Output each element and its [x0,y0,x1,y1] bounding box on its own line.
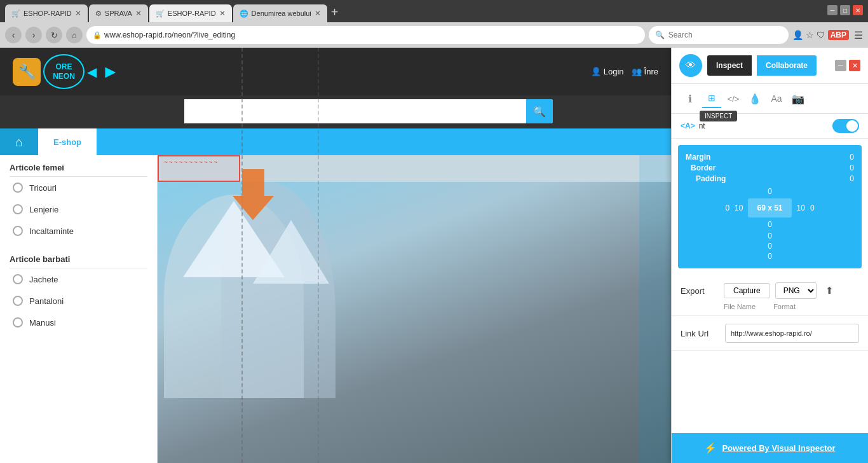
new-tab-button[interactable]: + [331,5,339,22]
secure-icon: 🔒 [93,31,102,39]
color-icon-btn[interactable]: 💧 [745,89,764,108]
maximize-button[interactable]: □ [840,5,850,15]
logo-circle: ORENEON [43,54,85,89]
margin-label: Margin [686,153,710,162]
link-url-input[interactable] [725,324,859,343]
tab-1-close-icon[interactable]: ✕ [75,9,81,18]
collaborate-tab-button[interactable]: Collaborate [757,55,817,76]
box-padding-right-val: 10 [797,204,805,212]
site-search-row: 🔍 [0,95,671,128]
typography-icon-btn[interactable]: Aa [767,89,786,108]
radio-incaltaminte [13,226,23,236]
powered-by-footer[interactable]: ⚡ Powered By Visual Inspector [672,433,868,463]
adblock-icon[interactable]: ABP [828,30,849,40]
minimize-button[interactable]: ─ [827,5,837,15]
site-search-bar[interactable]: 🔍 [184,99,553,123]
sidebar-section-femei-title: Articole femei [0,155,157,176]
inspector-header: 👁 Inspect Collaborate ─ ✕ [672,48,868,84]
url-bar[interactable]: 🔒 www.eshop-rapid.ro/neon/?live_editing [86,26,645,44]
fashion-image [158,182,671,463]
tab-1-label: ESHOP-RAPID [24,10,72,17]
code-icon-btn[interactable]: </> [724,89,743,108]
inspect-tab-button[interactable]: Inspect [707,55,752,76]
down-arrow-overlay [233,169,274,223]
tab-1-favicon: 🛒 [11,10,20,18]
register-button[interactable]: 👥 Înre [632,67,658,76]
powered-by-text: Powered By Visual Inspector [722,443,835,453]
radio-pantaloni [13,296,23,306]
inspector-panel: 👁 Inspect Collaborate ─ ✕ ℹ ⊞ [671,48,868,463]
inspector-minimize-button[interactable]: ─ [835,60,846,71]
box-left-val: 0 [725,204,729,212]
sidebar-item-jachete[interactable]: Jachete [0,268,157,290]
website-content: 🔧 ORENEON ◀ ► 👤 Login 👥 Înre [0,48,671,463]
lightning-icon: ⚡ [704,442,717,454]
extra-val-2: 0 [768,242,772,251]
user-icon: 👤 [591,67,601,76]
padding-label: Padding [696,174,726,183]
format-select[interactable]: PNG JPG SVG [775,282,817,299]
sidebar-item-incaltaminte[interactable]: Incaltaminte [0,220,157,242]
inspect-tooltip: INSPECT [700,111,737,121]
arrow-right-deco: ► [102,62,119,82]
refresh-button[interactable]: ↻ [46,27,62,43]
menu-icon[interactable]: ☰ [854,29,863,41]
inspector-close-button[interactable]: ✕ [849,60,860,71]
tab-4-close-icon[interactable]: ✕ [315,9,321,18]
site-search-button[interactable]: 🔍 [526,99,553,123]
screenshot-icon-btn[interactable]: 📷 [789,89,808,108]
tab-3-close-icon[interactable]: ✕ [219,9,226,18]
arrow-down-svg [233,169,274,220]
arrow-left-deco: ◀ [87,64,97,79]
content-area: ~~~~~~~~~~~ 337px [158,155,671,463]
tab-3-favicon: 🛒 [156,10,165,18]
forward-button[interactable]: › [25,27,42,43]
info-icon-btn[interactable]: ℹ [681,89,700,108]
shield-icon[interactable]: 🛡 [817,30,825,40]
tab-2[interactable]: ⚙ SPRAVA ✕ [89,4,148,22]
tab-2-close-icon[interactable]: ✕ [135,9,142,18]
sidebar-item-pantaloni[interactable]: Pantaloni [0,290,157,312]
radio-tricouri [13,183,23,193]
element-tag: <A> [681,121,695,130]
box-top-val: 0 [768,187,772,196]
person-icon[interactable]: 👤 [792,30,803,40]
tab-4[interactable]: 🌐 Denumirea webului ✕ [233,4,327,22]
sidebar-section-barbati: Articole barbati Jachete Pantaloni [0,247,157,333]
window-controls[interactable]: ─ □ ✕ [827,5,863,15]
sidebar-item-tricouri[interactable]: Tricouri [0,177,157,198]
register-icon: 👥 [632,67,642,76]
home-button[interactable]: ⌂ [66,27,83,43]
search-bar[interactable]: 🔍 [649,26,789,44]
sidebar-item-lenjerie[interactable]: Lenjerie [0,198,157,220]
element-highlight-box: ~~~~~~~~~~~ [158,155,240,182]
share-icon-btn[interactable]: ⬆ [822,282,838,299]
tab-1[interactable]: 🛒 ESHOP-RAPID ✕ [5,4,88,22]
box-model-icon-btn[interactable]: ⊞ INSPECT [702,89,721,108]
nav-home-button[interactable]: ⌂ [0,128,38,155]
register-label: Înre [644,67,658,76]
box-padding-top-val: 10 [735,204,743,212]
bookmark-icon[interactable]: ☆ [806,30,814,40]
radio-manusi [13,317,23,328]
sidebar-item-manusi[interactable]: Manusi [0,312,157,333]
capture-button[interactable]: Capture [724,283,770,298]
sidebar: Articole femei Tricouri Lenjerie [0,155,158,463]
close-button[interactable]: ✕ [853,5,863,15]
link-url-label: Link Url [681,329,720,338]
tab-3[interactable]: 🛒 ESHOP-RAPID ✕ [149,4,232,22]
inspector-eye-button[interactable]: 👁 [679,54,702,77]
tab-4-favicon: 🌐 [240,10,248,18]
tab-2-favicon: ⚙ [95,10,102,18]
border-label: Border [691,163,715,172]
toggle-knob [846,120,858,132]
tab-4-label: Denumirea webului [252,10,311,17]
login-label: Login [604,67,624,76]
inspector-scroll-area[interactable]: <A> nt Margin 0 Border 0 [672,114,868,433]
toggle-switch[interactable] [832,119,859,133]
nav-eshop-item[interactable]: E-shop [38,128,97,155]
back-button[interactable]: ‹ [5,27,22,43]
site-search-input[interactable] [184,99,526,123]
search-input[interactable] [668,31,782,39]
login-button[interactable]: 👤 Login [591,67,624,76]
